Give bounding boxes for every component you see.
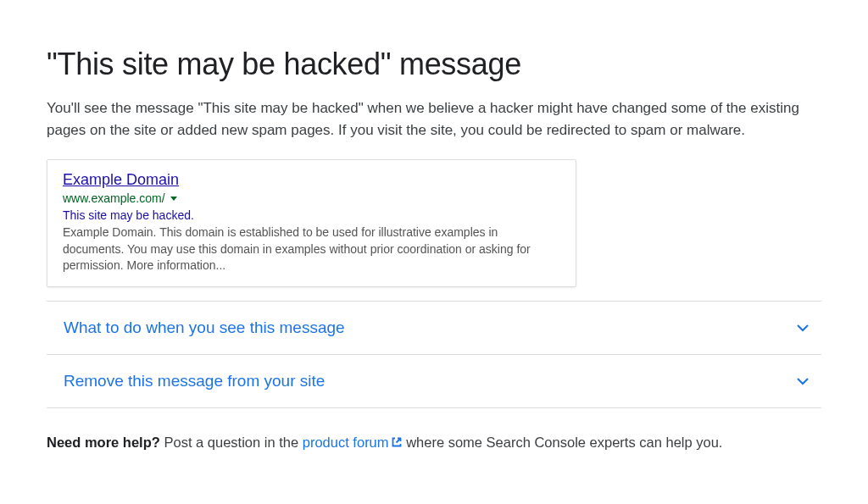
result-hacked-warning: This site may be hacked. — [63, 208, 560, 224]
product-forum-link[interactable]: product forum — [303, 435, 403, 450]
external-link-icon — [391, 433, 403, 454]
help-footer: Need more help? Post a question in the p… — [47, 432, 821, 454]
result-url: www.example.com/ — [63, 191, 165, 205]
search-result-example: Example Domain www.example.com/ This sit… — [47, 159, 576, 287]
chevron-down-icon — [794, 319, 811, 336]
help-before-link: Post a question in the — [160, 435, 303, 450]
accordion-item-remove-message[interactable]: Remove this message from your site — [47, 355, 821, 408]
accordion: What to do when you see this message Rem… — [47, 301, 821, 408]
accordion-title: Remove this message from your site — [64, 372, 325, 390]
accordion-item-what-to-do[interactable]: What to do when you see this message — [47, 302, 821, 355]
result-url-row: www.example.com/ — [63, 191, 560, 205]
help-strong: Need more help? — [47, 435, 160, 450]
accordion-title: What to do when you see this message — [64, 318, 345, 337]
result-snippet: Example Domain. This domain is establish… — [63, 224, 560, 274]
chevron-down-icon — [794, 373, 811, 390]
dropdown-triangle-icon[interactable] — [170, 197, 177, 201]
page-title: "This site may be hacked" message — [47, 47, 821, 82]
help-after-link: where some Search Console experts can he… — [403, 435, 723, 450]
result-title-link[interactable]: Example Domain — [63, 170, 179, 190]
intro-text: You'll see the message "This site may be… — [47, 97, 821, 142]
